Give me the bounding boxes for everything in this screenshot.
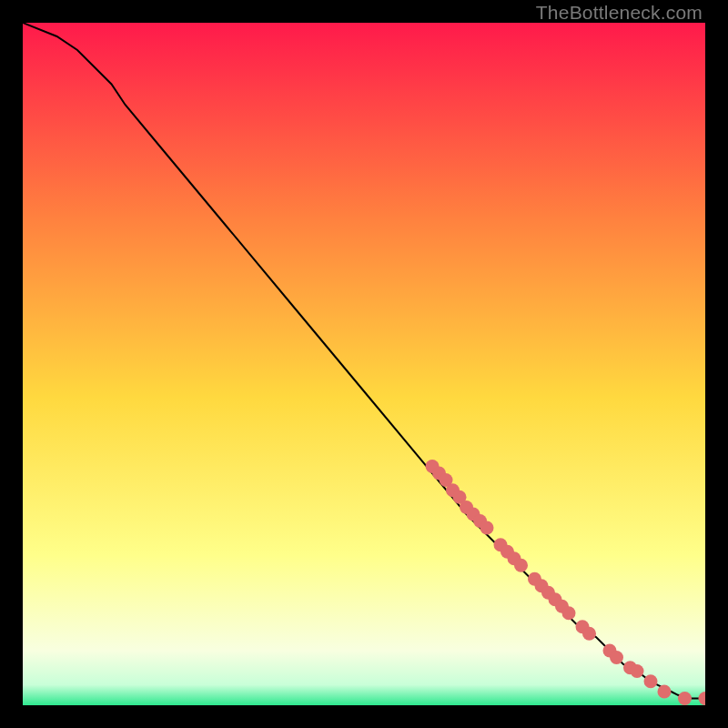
data-marker (631, 664, 644, 678)
data-marker (678, 692, 692, 705)
data-marker (562, 606, 576, 620)
chart-plot (23, 23, 705, 705)
gradient-background (23, 23, 705, 705)
data-marker (514, 559, 528, 572)
data-marker (610, 651, 623, 664)
watermark-text: TheBottleneck.com (536, 2, 703, 24)
data-marker (658, 685, 672, 699)
chart-frame: TheBottleneck.com (0, 0, 728, 728)
data-marker (644, 674, 658, 688)
data-marker (582, 627, 596, 641)
data-marker (480, 521, 494, 535)
